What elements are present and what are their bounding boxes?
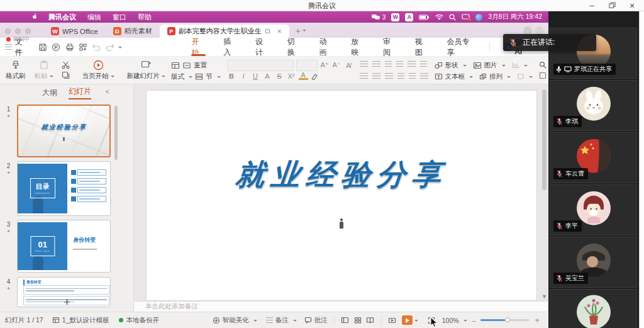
paste-button[interactable]: 粘贴 xyxy=(31,59,57,82)
tab-outline[interactable]: 大纲 xyxy=(42,88,57,98)
screen-share-tray-icon[interactable] xyxy=(462,14,470,20)
traffic-light-close[interactable] xyxy=(5,28,11,34)
participant-tile[interactable]: 李平 xyxy=(550,184,637,235)
autoplay-button[interactable] xyxy=(388,317,397,324)
new-slide-button[interactable]: 新建幻灯片 xyxy=(124,59,169,82)
reset-button[interactable]: 重置 xyxy=(182,60,207,71)
input-method-icon[interactable]: A xyxy=(405,13,413,21)
shapes-button[interactable]: 形状 xyxy=(435,60,467,71)
arrange-button[interactable]: 排列 xyxy=(479,71,511,82)
format-painter-button[interactable]: 格式刷 xyxy=(3,59,29,82)
outdent-button[interactable] xyxy=(385,61,392,67)
wps-tray-icon[interactable]: W xyxy=(391,13,399,21)
backup-status[interactable]: 本地备份开 xyxy=(119,316,159,325)
cut-button[interactable] xyxy=(59,60,73,71)
font-color-button[interactable]: A xyxy=(299,72,308,80)
tab-wps-office[interactable]: W WPS Office xyxy=(43,25,106,38)
save-button[interactable] xyxy=(36,41,49,54)
slide-thumb-2[interactable]: 2✦ 目录 Contents xyxy=(0,161,111,216)
tab-pin-icon[interactable] xyxy=(265,28,270,34)
chat-indicator[interactable]: 3 xyxy=(372,14,386,21)
zoom-level[interactable]: 100% xyxy=(442,317,467,324)
template-button[interactable]: 1_默认设计模板 xyxy=(52,316,109,325)
menubar-item-app[interactable]: 腾讯会议 xyxy=(48,13,76,22)
minimize-button[interactable]: – xyxy=(584,0,600,11)
clear-format-button[interactable]: A̸ xyxy=(344,62,353,69)
decrease-font-button[interactable]: A⁻ xyxy=(332,61,341,69)
shadow-button[interactable]: A xyxy=(263,72,272,80)
beautify-button[interactable]: 智能美化 xyxy=(213,316,257,325)
underline-button[interactable]: U xyxy=(251,72,260,80)
participant-tile[interactable]: 吴宝兰 xyxy=(550,237,637,288)
canvas-scrollbar[interactable] xyxy=(542,89,547,190)
reading-view-button[interactable] xyxy=(366,317,375,324)
comments-button[interactable]: 批注 xyxy=(304,316,328,325)
slideshow-play-button[interactable] xyxy=(402,315,413,325)
align-objects-button[interactable] xyxy=(420,73,428,79)
ribbon-tab-review[interactable]: 审阅 xyxy=(374,38,406,56)
align-left-button[interactable] xyxy=(360,73,368,79)
tab-list-caret-icon[interactable] xyxy=(303,30,306,33)
ribbon-tab-member[interactable]: 会员专享 xyxy=(438,38,484,56)
increase-font-button[interactable]: A⁺ xyxy=(320,61,330,69)
ribbon-tab-animation[interactable]: 动画 xyxy=(310,38,342,56)
notes-area[interactable]: 单击此处添加备注 xyxy=(134,301,548,312)
apple-icon[interactable] xyxy=(31,13,38,21)
ribbon-tab-home[interactable]: 开始 xyxy=(182,38,214,56)
ribbon-tab-design[interactable]: 设计 xyxy=(247,38,279,56)
columns-button[interactable] xyxy=(409,73,416,79)
menubar-item-help[interactable]: 帮助 xyxy=(138,13,152,22)
zoom-out-button[interactable]: – xyxy=(472,317,476,324)
picture-button[interactable]: 图片 xyxy=(473,60,506,71)
quick-access-caret-icon[interactable] xyxy=(118,47,122,50)
font-size-select[interactable] xyxy=(296,60,318,71)
menubar-item-edit[interactable]: 编辑 xyxy=(87,13,101,22)
strikethrough-button[interactable]: S xyxy=(275,72,284,80)
align-right-button[interactable] xyxy=(385,73,393,79)
justify-button[interactable] xyxy=(397,73,404,79)
traffic-light-minimize[interactable] xyxy=(15,28,21,34)
chart-button[interactable] xyxy=(512,60,528,71)
slide-thumb-3[interactable]: 3✦ 01 Part one 身份转变 xyxy=(0,220,111,273)
copy-button[interactable] xyxy=(59,71,73,81)
zoom-slider-knob[interactable] xyxy=(505,317,510,322)
notes-toggle-button[interactable]: 备注 xyxy=(266,316,297,325)
ribbon-tab-view[interactable]: 视图 xyxy=(406,38,438,56)
participant-tile[interactable]: 李琪 xyxy=(550,80,637,131)
line-spacing-button[interactable] xyxy=(408,61,416,67)
indent-button[interactable] xyxy=(396,61,403,67)
layout-button[interactable]: 版式 xyxy=(171,71,192,82)
scroll-down-icon[interactable]: ▼ xyxy=(541,293,547,300)
superscript-button[interactable]: X² xyxy=(287,72,296,80)
tab-docer[interactable]: D 稻壳素材 xyxy=(106,25,160,38)
ribbon-tab-insert[interactable]: 插入 xyxy=(214,38,247,56)
close-button[interactable]: × xyxy=(624,0,640,11)
normal-view-button[interactable] xyxy=(341,317,350,324)
tab-close-icon[interactable]: × xyxy=(277,27,282,36)
ribbon-tab-transition[interactable]: 切换 xyxy=(279,38,311,56)
redo-button[interactable] xyxy=(103,41,116,54)
zoom-in-button[interactable]: + xyxy=(535,315,540,325)
collapse-panel-button[interactable]: < xyxy=(106,88,109,95)
highlight-button[interactable] xyxy=(311,72,320,80)
undo-button[interactable] xyxy=(90,41,103,54)
panel-scroll-strip[interactable] xyxy=(639,11,644,328)
print-button[interactable] xyxy=(63,41,76,54)
ribbon-tab-slideshow[interactable]: 放映 xyxy=(342,38,374,56)
current-slide[interactable]: 就业经验分享 xyxy=(147,91,536,300)
control-center-icon[interactable] xyxy=(475,14,482,21)
participant-tile[interactable] xyxy=(550,289,637,328)
slide-thumb-1[interactable]: 1✦ 就业经验分享 xyxy=(0,105,111,157)
search-icon[interactable] xyxy=(449,14,456,21)
sidebar-scrollbar[interactable] xyxy=(114,106,118,160)
font-name-select[interactable] xyxy=(227,60,294,71)
slide-title[interactable]: 就业经验分享 xyxy=(145,156,539,195)
textbox-button[interactable]: 文本框 xyxy=(435,71,474,82)
bold-button[interactable]: B xyxy=(227,72,236,80)
slide-sorter-view-button[interactable] xyxy=(353,317,362,324)
menubar-item-window[interactable]: 窗口 xyxy=(113,13,126,22)
play-from-current-button[interactable]: 当页开始 xyxy=(79,59,118,82)
restore-button[interactable] xyxy=(604,0,620,11)
numbering-button[interactable] xyxy=(372,61,380,67)
traffic-light-zoom[interactable] xyxy=(25,28,31,34)
